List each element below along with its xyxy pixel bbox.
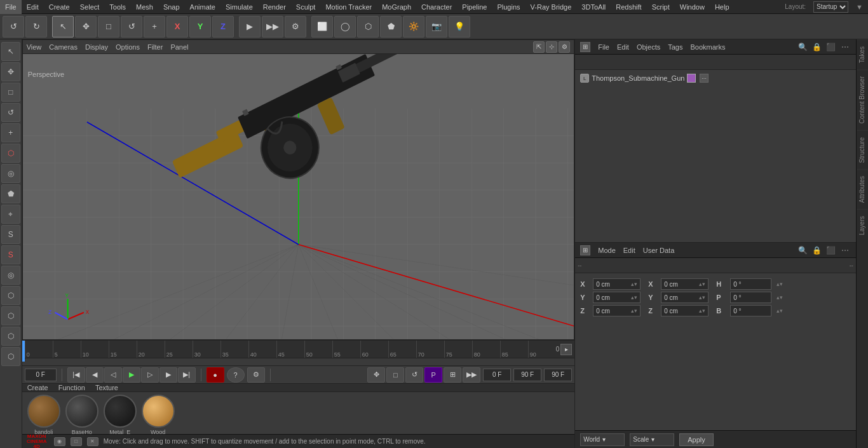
sidebar-scale-tool[interactable]: □: [1, 83, 20, 102]
b-input[interactable]: 0 °: [730, 305, 771, 316]
material-item-wood[interactable]: Wood: [142, 395, 175, 435]
object-panel-content[interactable]: L Thompson_Submachine_Gun ⋯: [575, 70, 856, 242]
transform-tool-button[interactable]: +: [144, 16, 165, 37]
viewport-options-menu[interactable]: Options: [116, 43, 140, 51]
search-icon[interactable]: 🔍: [797, 41, 809, 53]
viewport-view-menu[interactable]: View: [27, 43, 42, 51]
light-button[interactable]: 💡: [449, 16, 470, 37]
sidebar-tool15[interactable]: ⬡: [1, 327, 20, 346]
menu-pipeline[interactable]: Pipeline: [457, 0, 492, 14]
menu-motion-tracker[interactable]: Motion Tracker: [320, 0, 377, 14]
menu-animate[interactable]: Animate: [185, 0, 220, 14]
object-tag-icon[interactable]: ⋯: [700, 74, 709, 83]
menu-edit[interactable]: Edit: [22, 0, 44, 14]
scale-dropdown[interactable]: Scale ▾: [630, 433, 674, 446]
select-tool-button[interactable]: ↖: [52, 16, 74, 37]
viewport-expand-btn[interactable]: ⇱: [533, 41, 545, 53]
transport-rotate-tool[interactable]: ↺: [405, 367, 423, 383]
status-icon3[interactable]: ✕: [87, 437, 98, 446]
menu-tools[interactable]: Tools: [104, 0, 131, 14]
object-edit-btn[interactable]: Edit: [617, 43, 629, 51]
menu-mograph[interactable]: MoGraph: [377, 0, 416, 14]
sidebar-tool11[interactable]: S: [1, 245, 20, 264]
material-function-btn[interactable]: Function: [58, 384, 85, 391]
frame-step-input[interactable]: [483, 369, 511, 381]
undo-button[interactable]: ↺: [3, 16, 24, 37]
viewport-cameras-menu[interactable]: Cameras: [49, 43, 78, 51]
menu-sculpt[interactable]: Sculpt: [291, 0, 321, 14]
y-axis-button[interactable]: Y: [189, 16, 211, 37]
menu-redshift[interactable]: Redshift: [611, 0, 646, 14]
help-btn[interactable]: ?: [227, 367, 245, 383]
transport-animation-btn[interactable]: ▶▶: [463, 367, 480, 383]
sidebar-move-tool[interactable]: ✥: [1, 62, 20, 81]
viewport-panel-menu[interactable]: Panel: [170, 43, 188, 51]
sidebar-tool14[interactable]: ⬡: [1, 306, 20, 325]
menu-window[interactable]: Window: [675, 0, 710, 14]
play-btn[interactable]: ▶: [123, 367, 140, 383]
sidebar-tool7[interactable]: ◎: [1, 164, 20, 183]
menu-simulate[interactable]: Simulate: [220, 0, 258, 14]
vtab-structure[interactable]: Structure: [857, 130, 868, 170]
sidebar-select-tool[interactable]: ↖: [1, 42, 20, 61]
transport-grid-btn[interactable]: ⊞: [444, 367, 461, 383]
frame-end-input[interactable]: [513, 369, 541, 381]
material-item-metal[interactable]: Metal_E: [104, 395, 137, 435]
menu-vray[interactable]: V-Ray Bridge: [526, 0, 577, 14]
frame-end2-input[interactable]: [544, 369, 572, 381]
nurbs-button[interactable]: ⬡: [357, 16, 379, 37]
object-objects-btn[interactable]: Objects: [637, 43, 660, 51]
layout-dropdown[interactable]: Startup: [813, 1, 848, 13]
menu-mesh[interactable]: Mesh: [131, 0, 158, 14]
object-color-swatch[interactable]: [687, 74, 696, 83]
menu-help[interactable]: Help: [710, 0, 735, 14]
vtab-layers[interactable]: Layers: [857, 209, 868, 241]
cube-button[interactable]: ⬜: [311, 16, 333, 37]
attr-expand-icon[interactable]: ⬛: [825, 245, 837, 256]
prev-frame-btn[interactable]: ◁: [104, 367, 122, 383]
material-item-bandoli[interactable]: bandoli: [27, 395, 60, 435]
redo-button[interactable]: ↻: [25, 16, 47, 37]
material-ball-metal[interactable]: [104, 395, 137, 428]
menu-render[interactable]: Render: [258, 0, 291, 14]
menu-character[interactable]: Character: [416, 0, 457, 14]
timeline-arrow-btn[interactable]: ▸: [560, 344, 572, 355]
move-tool-button[interactable]: ✥: [75, 16, 97, 37]
object-file-btn[interactable]: File: [598, 43, 609, 51]
sidebar-tool6[interactable]: ⬡: [1, 144, 20, 163]
render-picture-button[interactable]: ▶▶: [262, 16, 283, 37]
apply-button[interactable]: Apply: [679, 433, 714, 446]
current-frame-input[interactable]: [25, 369, 57, 381]
material-texture-btn[interactable]: Texture: [95, 384, 118, 391]
attr-userdata-btn[interactable]: User Data: [643, 247, 675, 254]
status-icon1[interactable]: ◉: [54, 437, 65, 446]
lock-icon[interactable]: 🔒: [811, 41, 823, 53]
vtab-attributes[interactable]: Attributes: [857, 169, 868, 209]
sidebar-tool5[interactable]: +: [1, 123, 20, 142]
frame-step-fwd-btn[interactable]: ▶|: [178, 367, 196, 383]
viewport-filter-menu[interactable]: Filter: [147, 43, 163, 51]
object-bookmarks-btn[interactable]: Bookmarks: [690, 43, 725, 51]
frame-step-back-btn[interactable]: |◀: [67, 367, 85, 383]
record-btn[interactable]: ●: [207, 367, 224, 383]
layout-arrow-btn[interactable]: ▼: [851, 0, 868, 14]
step-fwd-btn[interactable]: ▶: [159, 367, 177, 383]
menu-snap[interactable]: Snap: [158, 0, 185, 14]
menu-select[interactable]: Select: [75, 0, 105, 14]
p-input[interactable]: 0 °: [730, 292, 771, 303]
rotate-tool-button[interactable]: ↺: [121, 16, 142, 37]
attr-edit-btn[interactable]: Edit: [623, 247, 635, 254]
timeline-bar[interactable]: [22, 358, 575, 365]
render-settings-button[interactable]: ⚙: [285, 16, 306, 37]
material-create-btn[interactable]: Create: [27, 384, 48, 391]
world-dropdown[interactable]: World ▾: [580, 433, 625, 446]
material-ball-wood[interactable]: [142, 395, 175, 428]
transport-pivot-btn[interactable]: P: [424, 367, 442, 383]
sidebar-tool10[interactable]: S: [1, 225, 20, 244]
attr-lock-icon[interactable]: 🔒: [811, 245, 823, 256]
viewport[interactable]: View Cameras Display Options Filter Pane…: [22, 39, 575, 340]
sidebar-tool9[interactable]: ⌖: [1, 205, 20, 224]
viewport-settings-btn[interactable]: ⚙: [559, 41, 570, 53]
deform-button[interactable]: ⬟: [380, 16, 402, 37]
y-rot-input[interactable]: 0 cm ▴▾: [661, 292, 709, 303]
